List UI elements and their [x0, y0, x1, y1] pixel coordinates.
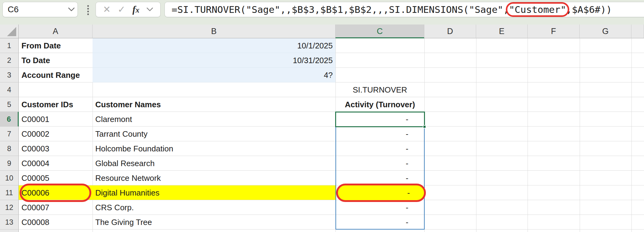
enter-icon[interactable]: ✓	[118, 5, 125, 14]
cell-b1-from-date[interactable]: 10/1/2025	[93, 38, 335, 53]
select-all-triangle-icon	[7, 27, 16, 36]
cell-a6-customer-id[interactable]: C00001	[19, 112, 93, 127]
name-box-dropdown-button[interactable]	[65, 7, 78, 12]
column-header-c[interactable]: C	[335, 25, 424, 38]
row-header-2[interactable]: 2	[0, 53, 19, 68]
row-header-13[interactable]: 13	[0, 215, 19, 230]
row-header-8[interactable]: 8	[0, 141, 19, 156]
formula-bar[interactable]: =SI.TURNOVER("Sage",,$B$3,$B$1,$B$2,,,SI…	[165, 2, 644, 17]
column-header-g[interactable]: G	[580, 25, 631, 38]
cell-c4-function-caption[interactable]: SI.TURNOVER	[335, 82, 424, 97]
name-box[interactable]: C6	[2, 2, 78, 17]
gridline	[476, 38, 476, 232]
formula-bar-drag-handle[interactable]	[87, 5, 89, 15]
cell-a7-customer-id[interactable]: C00002	[19, 127, 93, 141]
cell-c6-activity[interactable]: -	[335, 112, 424, 127]
gridline	[631, 38, 632, 232]
cell-b13-customer-name[interactable]: The Giving Tree	[93, 215, 335, 230]
row-header-partial[interactable]	[0, 230, 19, 232]
formula-circled-annotation: "Customer"	[509, 4, 566, 15]
cell-b12-customer-name[interactable]: CRS Corp.	[93, 200, 335, 215]
cell-b3-account-range[interactable]: 4?	[93, 68, 335, 82]
cell-c12-activity[interactable]: -	[335, 200, 424, 215]
row-header-12[interactable]: 12	[0, 200, 19, 215]
row-header-9[interactable]: 9	[0, 156, 19, 171]
select-all-button[interactable]	[0, 25, 19, 38]
cell-c5-header[interactable]: Activity (Turnover)	[335, 97, 424, 112]
cell-a9-customer-id[interactable]: C00004	[19, 156, 93, 171]
cell-c11-activity[interactable]	[335, 185, 424, 200]
row-header-10[interactable]: 10	[0, 171, 19, 185]
column-header-f[interactable]: F	[528, 25, 580, 38]
row-header-4[interactable]: 4	[0, 82, 19, 97]
cell-b5-header[interactable]: Customer Names	[93, 97, 335, 112]
formula-bar-expand-button[interactable]	[146, 7, 153, 12]
cell-a5-header[interactable]: Customer IDs	[19, 97, 93, 112]
column-header-partial[interactable]	[631, 25, 644, 38]
cell-b6-customer-name[interactable]: Claremont	[93, 112, 335, 127]
insert-function-icon[interactable]: fx	[132, 4, 139, 15]
cell-b7-customer-name[interactable]: Tarrant County	[93, 127, 335, 141]
cell-c7-activity[interactable]: -	[335, 127, 424, 141]
cell-a8-customer-id[interactable]: C00003	[19, 141, 93, 156]
cell-b2-to-date[interactable]: 10/31/2025	[93, 53, 335, 68]
formula-buttons: ✕ ✓ fx	[96, 2, 161, 17]
gridline	[528, 38, 528, 232]
cell-c9-activity[interactable]: -	[335, 156, 424, 171]
cell-a13-customer-id[interactable]: C00008	[19, 215, 93, 230]
cell-a1[interactable]: From Date	[19, 38, 93, 53]
column-header-d[interactable]: D	[424, 25, 476, 38]
formula-prefix: =SI.TURNOVER("Sage",,$B$3,$B$1,$B$2,,,SI…	[172, 4, 509, 15]
chevron-down-icon	[146, 7, 153, 12]
row-header-1[interactable]: 1	[0, 38, 19, 53]
gridline	[580, 38, 580, 232]
cell-b10-customer-name[interactable]: Resource Network	[93, 171, 335, 185]
row-header-3[interactable]: 3	[0, 68, 19, 82]
formula-suffix: ,$A$6#))	[566, 4, 612, 15]
name-box-value[interactable]: C6	[3, 5, 65, 14]
formula-toolbar: C6 ✕ ✓ fx =SI.TURNOVER("Sage",,$B$3,$B$1…	[0, 0, 644, 25]
gridline	[424, 38, 425, 232]
cell-c8-activity[interactable]: -	[335, 141, 424, 156]
cell-b9-customer-name[interactable]: Global Research	[93, 156, 335, 171]
cell-c10-activity[interactable]: -	[335, 171, 424, 185]
cell-c13-activity[interactable]: -	[335, 215, 424, 230]
column-header-b[interactable]: B	[93, 25, 335, 38]
cell-a12-customer-id[interactable]: C00007	[19, 200, 93, 215]
formula-input[interactable]: =SI.TURNOVER("Sage",,$B$3,$B$1,$B$2,,,SI…	[165, 4, 612, 15]
cell-a11-customer-id[interactable]: C00006	[19, 185, 93, 200]
cell-b8-customer-name[interactable]: Holcombe Foundation	[93, 141, 335, 156]
column-header-e[interactable]: E	[476, 25, 528, 38]
cancel-icon[interactable]: ✕	[103, 5, 111, 14]
chevron-down-icon	[68, 7, 75, 12]
cell-a2[interactable]: To Date	[19, 53, 93, 68]
row-header-6[interactable]: 6	[0, 112, 19, 127]
row-header-5[interactable]: 5	[0, 97, 19, 112]
row-header-7[interactable]: 7	[0, 127, 19, 141]
spreadsheet-grid: A B C D E F G 1 2 3 4 5 6 7 8 9 10 11 12…	[0, 25, 644, 232]
row-header-11[interactable]: 11	[0, 185, 19, 200]
column-header-a[interactable]: A	[19, 25, 93, 38]
cell-a10-customer-id[interactable]: C00005	[19, 171, 93, 185]
cell-b11-customer-name[interactable]: Digital Humanities	[93, 185, 335, 200]
cell-a3[interactable]: Account Range	[19, 68, 93, 82]
